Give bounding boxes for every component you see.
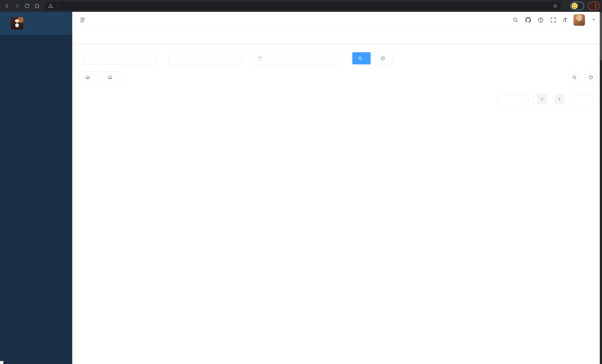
import-db-button[interactable] [80,72,98,83]
bookmark-star-icon[interactable] [553,3,558,8]
browser-reload-icon[interactable] [22,1,32,10]
sidebar-submenu [0,35,72,364]
cloud-upload-icon [86,75,90,80]
table-desc-input[interactable] [169,52,241,64]
search-button-icon [358,56,363,61]
browser-profile-chip[interactable] [570,2,584,10]
browser-scrollbar[interactable] [600,12,602,364]
browser-menu-icon[interactable] [595,4,596,8]
prev-page-button[interactable] [537,94,548,104]
address-bar[interactable] [44,2,561,10]
refresh-table-button[interactable] [585,72,596,83]
next-page-button[interactable] [554,94,565,104]
table-toolbar [80,72,596,83]
help-icon[interactable] [538,17,544,23]
warning-icon [48,3,53,8]
search-icon[interactable] [513,17,518,23]
search-button[interactable] [352,52,371,64]
goto-page-input[interactable] [574,94,593,105]
calendar-icon [258,56,262,61]
fullscreen-icon[interactable] [550,17,556,23]
browser-toolbar [0,0,602,12]
profile-emoji-avatar [571,3,578,9]
reset-button[interactable] [375,52,393,64]
cloud-upload-icon [108,75,112,80]
browser-update-button[interactable] [588,2,599,10]
github-icon[interactable] [525,17,531,23]
search-form [80,52,596,64]
browser-status-bubble [0,361,3,364]
logo-image [11,17,23,30]
font-size-icon[interactable]: tT [563,17,567,23]
pagination [80,94,596,109]
hamburger-icon[interactable] [78,16,87,24]
reset-icon [380,56,385,61]
scrollbar-thumb[interactable] [600,12,602,60]
app-logo[interactable] [0,12,72,35]
page-size-select[interactable] [497,94,534,105]
browser-back-icon[interactable] [3,1,11,10]
browser-forward-icon[interactable] [13,1,22,10]
toggle-search-button[interactable] [569,72,580,83]
tags-view-bar [72,28,602,44]
user-avatar[interactable] [573,14,585,26]
create-time-range-picker[interactable] [254,52,343,64]
sidebar [0,12,72,364]
chevron-down-icon [527,97,530,101]
browser-home-icon[interactable] [32,1,42,10]
top-navbar: tT [72,12,602,28]
codegen-page [72,44,602,364]
avatar-caret-icon[interactable] [592,18,596,22]
table-name-input[interactable] [83,52,156,64]
omnibox-divider [58,3,58,8]
import-sql-button[interactable] [102,72,120,83]
